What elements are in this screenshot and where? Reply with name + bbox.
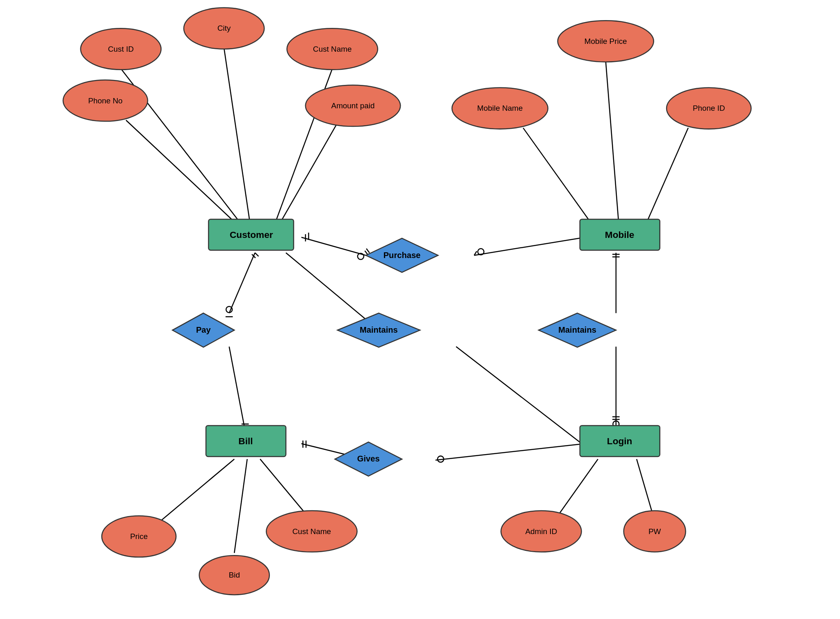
- svg-line-5: [606, 61, 619, 222]
- relationship-maintains-left-label: Maintains: [360, 325, 398, 334]
- relationship-purchase-label: Purchase: [383, 251, 421, 260]
- svg-line-1: [224, 48, 250, 222]
- svg-line-26: [366, 249, 370, 253]
- entity-mobile-label: Mobile: [605, 230, 635, 240]
- attribute-phone-no-label: Phone No: [88, 96, 123, 105]
- svg-line-8: [301, 237, 366, 255]
- attribute-admin-id-label: Admin ID: [525, 527, 557, 536]
- entity-login-label: Login: [607, 436, 632, 446]
- svg-line-20: [234, 459, 247, 553]
- svg-point-34: [226, 306, 232, 313]
- svg-line-9: [474, 237, 585, 255]
- entity-bill-label: Bill: [238, 436, 253, 446]
- attribute-cust-name-label: Cust Name: [313, 45, 352, 53]
- svg-line-11: [229, 347, 245, 428]
- er-diagram: Customer Mobile Bill Login Purchase Pay …: [0, 0, 840, 619]
- attribute-mobile-name-label: Mobile Name: [477, 104, 523, 112]
- entity-customer-label: Customer: [230, 230, 273, 240]
- svg-line-10: [229, 253, 255, 313]
- attribute-city-label: City: [217, 24, 231, 32]
- svg-line-3: [126, 120, 234, 222]
- relationship-gives-label: Gives: [357, 454, 380, 463]
- relationship-maintains-right-label: Maintains: [558, 325, 596, 334]
- svg-line-6: [523, 128, 590, 222]
- attribute-cust-name2-label: Cust Name: [292, 527, 331, 536]
- attribute-price-label: Price: [130, 532, 148, 541]
- attribute-mobile-price-label: Mobile Price: [584, 37, 627, 46]
- svg-line-17: [436, 443, 585, 460]
- svg-line-4: [281, 123, 337, 222]
- attribute-amount-paid-label: Amount paid: [331, 101, 375, 110]
- svg-line-18: [154, 459, 234, 526]
- relationship-pay-label: Pay: [196, 325, 211, 334]
- attribute-phone-id-label: Phone ID: [693, 104, 725, 112]
- svg-line-21: [554, 459, 598, 521]
- attribute-cust-id-label: Cust ID: [108, 45, 134, 53]
- svg-line-13: [456, 347, 585, 446]
- svg-line-7: [647, 128, 688, 222]
- svg-line-33: [255, 253, 259, 256]
- attribute-bid-label: Bid: [229, 571, 240, 579]
- attribute-pw-label: PW: [648, 527, 661, 536]
